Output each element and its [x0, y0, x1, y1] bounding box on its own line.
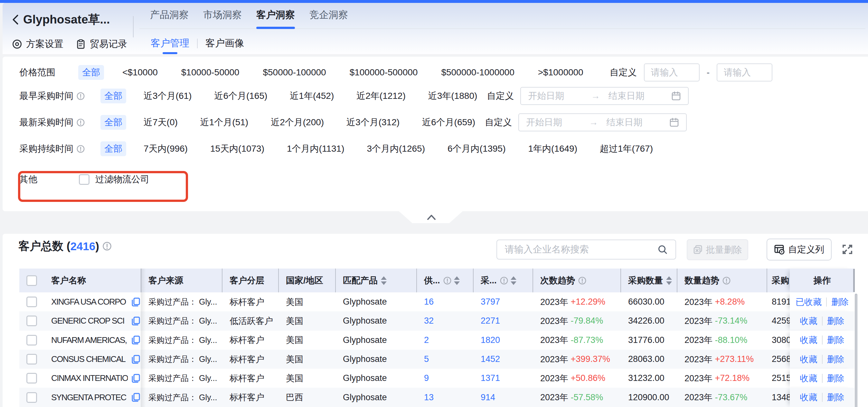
column-header-checkbox[interactable] [19, 269, 43, 292]
info-icon[interactable] [443, 277, 452, 285]
copy-icon[interactable] [131, 354, 141, 364]
sort-icon[interactable] [454, 276, 460, 285]
filter-option[interactable]: >$1000000 [538, 67, 583, 77]
info-icon[interactable] [102, 242, 112, 251]
filter-option[interactable]: $10000-50000 [181, 67, 240, 77]
delete-link[interactable]: 删除 [827, 315, 844, 327]
purchases-link[interactable]: 1371 [481, 373, 500, 383]
row-checkbox[interactable] [26, 373, 37, 383]
copy-icon[interactable] [131, 374, 141, 383]
filter-option[interactable]: 近3个月(61) [144, 90, 192, 102]
filter-option[interactable]: 近6个月(165) [214, 90, 267, 102]
filter-option[interactable]: 15天内(1073) [210, 143, 264, 155]
filter-option-all[interactable]: 全部 [100, 142, 126, 156]
column-header-tier[interactable]: 客户分层 [222, 269, 278, 292]
info-icon[interactable] [76, 119, 85, 127]
purchases-link[interactable]: 914 [481, 393, 495, 403]
filter-option[interactable]: 近1个月(51) [200, 116, 248, 128]
filter-option[interactable]: 近1年(452) [290, 90, 334, 102]
filter-option-all[interactable]: 全部 [78, 65, 104, 80]
filter-option[interactable]: 近2年(1212) [356, 90, 406, 102]
suppliers-link[interactable]: 16 [424, 297, 434, 307]
filter-option[interactable]: 近6个月(659) [422, 116, 475, 128]
customer-name[interactable]: CONSUS CHEMICAL [51, 354, 128, 364]
customer-name[interactable]: CINMAX INTERNATIO [51, 373, 128, 383]
customize-columns-button[interactable]: 自定义列 [767, 239, 832, 260]
favorite-link[interactable]: 收藏 [800, 353, 817, 365]
suppliers-link[interactable]: 13 [424, 393, 434, 403]
sort-icon[interactable] [666, 276, 672, 285]
filter-option[interactable]: 3个月内(1265) [367, 143, 425, 155]
info-icon[interactable] [578, 277, 586, 285]
filter-option-all[interactable]: 全部 [100, 115, 126, 130]
suppliers-link[interactable]: 32 [424, 316, 434, 326]
suppliers-link[interactable]: 5 [424, 354, 429, 364]
filter-option[interactable]: 近3年(1880) [428, 90, 477, 102]
filter-option[interactable]: $100000-500000 [350, 67, 418, 77]
header-action-方案设置[interactable]: 方案设置 [12, 38, 63, 51]
favorite-link[interactable]: 收藏 [800, 334, 817, 346]
batch-delete-button[interactable]: 批量删除 [687, 239, 748, 260]
delete-link[interactable]: 删除 [827, 353, 844, 365]
company-search-input[interactable]: 请输入企业名称搜索 [496, 240, 676, 259]
filter-option[interactable]: $500000-1000000 [441, 67, 514, 77]
column-header-source[interactable]: 客户来源 [141, 269, 222, 292]
column-header-purchases[interactable]: 采... [473, 269, 532, 292]
suppliers-link[interactable]: 9 [424, 373, 429, 383]
filter-custom-label[interactable]: 自定义 [485, 116, 512, 128]
tab-客户洞察[interactable]: 客户洞察 [256, 8, 295, 24]
filter-option[interactable]: 7天内(996) [144, 143, 188, 155]
copy-icon[interactable] [131, 393, 141, 402]
logistics-filter-checkbox[interactable] [79, 174, 90, 185]
copy-icon[interactable] [131, 335, 141, 345]
purchases-link[interactable]: 1452 [481, 354, 500, 364]
filter-option[interactable]: 1个月内(1131) [287, 143, 344, 155]
tab-产品洞察[interactable]: 产品洞察 [150, 8, 189, 24]
filter-option[interactable]: 超过1年(767) [600, 143, 653, 155]
purchases-link[interactable]: 2271 [481, 316, 500, 326]
favorite-link[interactable]: 收藏 [800, 315, 817, 327]
row-checkbox[interactable] [26, 392, 37, 403]
info-icon[interactable] [76, 92, 85, 100]
delete-link[interactable]: 删除 [827, 392, 844, 403]
subtab-客户画像[interactable]: 客户画像 [206, 37, 244, 50]
vertical-scrollbar[interactable] [855, 294, 857, 407]
info-icon[interactable] [76, 145, 85, 153]
customer-name[interactable]: GENERIC CROP SCI [51, 316, 128, 326]
row-checkbox[interactable] [26, 316, 37, 326]
column-header-name[interactable]: 客户名称 [43, 269, 141, 292]
filter-custom-label[interactable]: 自定义 [487, 90, 514, 102]
filter-option[interactable]: 近2个月(200) [271, 116, 324, 128]
header-action-贸易记录[interactable]: 贸易记录 [76, 38, 127, 51]
purchases-link[interactable]: 1820 [481, 335, 500, 345]
date-range-picker[interactable]: 开始日期→结束日期 [520, 87, 689, 105]
filter-option[interactable]: 6个月内(1395) [447, 143, 506, 155]
filter-option[interactable]: <$10000 [122, 67, 158, 77]
column-header-quantity[interactable]: 采购数量 [620, 269, 677, 292]
delete-link[interactable]: 删除 [827, 334, 844, 346]
info-icon[interactable] [102, 242, 112, 251]
fullscreen-icon[interactable] [843, 244, 852, 254]
column-header-count_trend[interactable]: 次数趋势 [532, 269, 620, 292]
logistics-filter-label[interactable]: 过滤物流公司 [95, 173, 149, 185]
copy-icon[interactable] [131, 297, 141, 307]
info-icon[interactable] [500, 277, 508, 285]
column-header-product[interactable]: 匹配产品 [335, 269, 416, 292]
customer-name[interactable]: SYNGENTA PROTEC [51, 393, 128, 403]
row-checkbox[interactable] [26, 296, 37, 307]
filter-custom-label[interactable]: 自定义 [610, 66, 637, 79]
customer-name[interactable]: NUFARM AMERICAS, [51, 335, 128, 345]
collapse-filters-button[interactable] [399, 211, 463, 223]
column-header-country[interactable]: 国家/地区 [278, 269, 335, 292]
subtab-客户管理[interactable]: 客户管理 [151, 37, 189, 50]
favorite-link[interactable]: 收藏 [800, 373, 817, 384]
customer-name[interactable]: XINGFA USA CORPO [51, 297, 128, 307]
sort-icon[interactable] [510, 276, 517, 285]
date-range-picker[interactable]: 开始日期→结束日期 [518, 113, 687, 131]
back-icon[interactable] [12, 14, 19, 25]
delete-link[interactable]: 删除 [831, 296, 849, 308]
purchases-link[interactable]: 3797 [481, 297, 500, 307]
favorite-link[interactable]: 收藏 [800, 392, 817, 403]
tab-竞企洞察[interactable]: 竞企洞察 [309, 8, 348, 24]
filter-option[interactable]: $50000-100000 [263, 67, 326, 77]
